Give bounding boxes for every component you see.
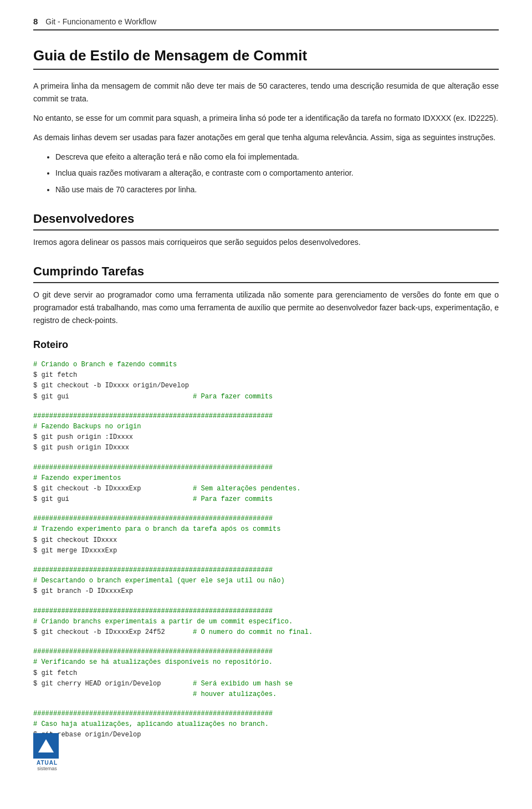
intro-paragraph-3: As demais linhas devem ser usadas para f… — [33, 131, 499, 144]
main-heading: Guia de Estilo de Mensagem de Commit — [33, 47, 499, 70]
code-separator: ########################################… — [33, 648, 273, 656]
logo-triangle-icon — [38, 739, 54, 752]
logo-text: ATUAL — [33, 760, 61, 766]
code-separator: ########################################… — [33, 607, 273, 615]
section-roteiro-title: Roteiro — [33, 339, 499, 351]
code-comment: # Fazendo Backups no origin — [33, 423, 141, 431]
page-header: 8 Git - Funcionamento e Workflow — [33, 17, 499, 30]
code-block-1: # Criando o Branch e fazendo commits $ g… — [33, 360, 499, 402]
page-footer: ATUAL sistemas — [33, 733, 61, 761]
logo-inner — [33, 733, 59, 759]
code-comment: # Criando branchs experimentais a partir… — [33, 618, 293, 626]
bullet-item-2: Inclua quais razões motivaram a alteraçã… — [55, 167, 499, 180]
bullet-list: Descreva que efeito a alteração terá e n… — [55, 151, 499, 196]
code-comment: # Para fazer commits — [193, 393, 273, 401]
code-comment: # Para fazer commits — [193, 495, 273, 503]
code-block-3: ########################################… — [33, 463, 499, 505]
code-comment: # O numero do commit no final. — [193, 628, 313, 636]
code-comment: # Sem alterações pendentes. — [193, 485, 300, 493]
logo-subtext: sistemas — [33, 766, 61, 771]
page-number: 8 — [33, 17, 38, 26]
intro-paragraph-2: No entanto, se esse for um commit para s… — [33, 112, 499, 125]
code-comment: # Trazendo experimento para o branch da … — [33, 525, 280, 533]
code-block-6: ########################################… — [33, 606, 499, 638]
bullet-item-3: Não use mais de 70 caracteres por linha. — [55, 183, 499, 196]
code-comment: # Será exibido um hash se — [193, 680, 293, 688]
code-comment: # Descartando o branch experimental (que… — [33, 577, 285, 585]
code-separator: ########################################… — [33, 412, 273, 420]
code-comment: # houver atulizações. — [193, 690, 277, 698]
code-comment: # Fazendo experimentos — [33, 474, 121, 482]
code-block-8: ########################################… — [33, 709, 499, 741]
page-container: 8 Git - Funcionamento e Workflow Guia de… — [0, 0, 532, 772]
code-separator: ########################################… — [33, 710, 273, 718]
code-block-4: ########################################… — [33, 514, 499, 556]
bullet-item-1: Descreva que efeito a alteração terá e n… — [55, 151, 499, 163]
section-desenvolvedores-paragraph: Iremos agora delinear os passos mais cor… — [33, 236, 499, 249]
code-block-7: ########################################… — [33, 647, 499, 700]
header-title: Git - Funcionamento e Workflow — [45, 17, 156, 26]
code-separator: ########################################… — [33, 464, 273, 472]
code-separator: ########################################… — [33, 515, 273, 523]
section-desenvolvedores-title: Desenvolvedores — [33, 212, 499, 231]
code-comment: # Criando o Branch e fazendo commits — [33, 361, 177, 368]
section-cumprindo-paragraph: O git deve servir ao programador como um… — [33, 289, 499, 327]
code-comment: # Caso haja atualizações, aplicando atua… — [33, 720, 269, 728]
intro-paragraph-1: A primeira linha da mensagem de commit n… — [33, 80, 499, 105]
code-comment: # Verificando se há atualizações disponí… — [33, 658, 273, 666]
logo: ATUAL sistemas — [33, 733, 61, 761]
code-block-5: ########################################… — [33, 565, 499, 597]
code-block-2: ########################################… — [33, 411, 499, 454]
section-cumprindo-title: Cumprindo Tarefas — [33, 264, 499, 283]
code-separator: ########################################… — [33, 566, 273, 574]
